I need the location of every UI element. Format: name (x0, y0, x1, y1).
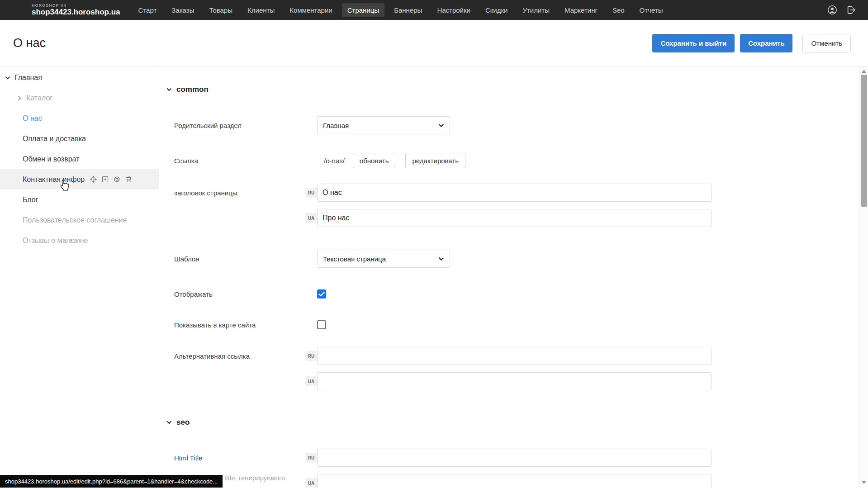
menu-item-utilities[interactable]: Утилиты (517, 3, 555, 17)
template-label: Шаблон (174, 255, 317, 263)
status-url: shop34423.horoshop.ua/edit/edit.php?id=6… (5, 478, 218, 485)
section-common[interactable]: common (166, 85, 868, 94)
add-icon[interactable] (101, 175, 109, 183)
sitemap-checkbox[interactable] (317, 320, 326, 329)
html-title-label-block: Html Title Полная замена title, генериру… (174, 454, 305, 462)
chevron-down-icon (438, 123, 444, 128)
page-title: О нас (13, 36, 46, 50)
html-title-input-ru[interactable] (317, 449, 711, 467)
page-title-label: заголовок страницы (174, 189, 305, 197)
menu-item-products[interactable]: Товары (204, 3, 238, 17)
sidebar-item-label: Главная (14, 74, 42, 82)
sidebar-item-katalog[interactable]: Каталог (0, 88, 159, 108)
sitemap-label: Показывать в карте сайта (174, 321, 317, 329)
menu-item-banners[interactable]: Баннеры (389, 3, 427, 17)
link-refresh-button[interactable]: обновить (353, 153, 396, 168)
display-checkbox[interactable] (317, 289, 326, 298)
parent-section-label: Родительский раздел (174, 122, 317, 129)
scrollbar-thumb[interactable] (861, 75, 867, 207)
sidebar-item-oplata-i-dostavka[interactable]: Оплата и доставка (0, 128, 159, 149)
save-button[interactable]: Сохранить (740, 34, 792, 52)
link-label: Ссылка (174, 157, 317, 165)
template-select[interactable]: Текстовая страница (317, 250, 450, 268)
lang-ru-badge: RU (305, 351, 317, 361)
shop-brand[interactable]: HOROSHOP V4 shop34423.horoshop.ua (32, 4, 120, 16)
vertical-scrollbar[interactable] (859, 66, 868, 488)
browser-status-bar: shop34423.horoshop.ua/edit/edit.php?id=6… (0, 475, 223, 488)
sidebar-item-label: Блог (23, 196, 38, 204)
menu-item-marketing[interactable]: Маркетинг (559, 3, 603, 17)
alt-link-input-ru[interactable] (317, 347, 711, 365)
lang-ua-badge: UA (305, 478, 317, 488)
move-icon[interactable] (90, 175, 97, 183)
html-title-input-ua[interactable] (317, 474, 711, 488)
user-account-icon[interactable] (827, 5, 837, 15)
sidebar-item-label: Контактная инфор (23, 175, 85, 184)
page-header: О нас Сохранить и выйти Сохранить Отмени… (0, 20, 868, 66)
brand-domain-label: shop34423.horoshop.ua (32, 8, 120, 16)
lang-ru-badge: RU (305, 188, 317, 198)
chevron-down-icon (166, 421, 172, 424)
scroll-up-arrow-icon[interactable] (860, 67, 868, 75)
menu-item-seo[interactable]: Seo (607, 3, 630, 17)
scroll-down-arrow-icon[interactable] (860, 479, 868, 486)
chevron-down-icon[interactable] (5, 75, 11, 81)
sidebar-item-label: Отзывы о магазине (23, 237, 88, 245)
menu-item-start[interactable]: Старт (133, 3, 162, 17)
sidebar-item-otzyvy-o-magazine[interactable]: Отзывы о магазине (0, 230, 159, 251)
cancel-button[interactable]: Отменить (802, 34, 851, 52)
section-seo[interactable]: seo (166, 418, 868, 427)
menu-item-orders[interactable]: Заказы (166, 3, 199, 17)
page-title-input-ua[interactable] (317, 209, 711, 227)
sidebar-item-label: Каталог (26, 94, 52, 102)
menu-item-comments[interactable]: Комментарии (284, 3, 337, 17)
save-and-exit-button[interactable]: Сохранить и выйти (652, 34, 735, 52)
sidebar-item-label: Оплата и доставка (23, 135, 86, 143)
menu-item-clients[interactable]: Клиенты (242, 3, 280, 17)
sidebar-item-polzovatelskoe-soglashenie[interactable]: Пользовательское соглашение (0, 210, 159, 230)
sidebar-item-label: Обмен и возврат (23, 155, 79, 163)
section-title: seo (176, 418, 190, 427)
sidebar-item-label: Пользовательское соглашение (23, 216, 127, 224)
page-title-input-ru[interactable] (317, 184, 711, 202)
sidebar-item-glavnaya[interactable]: Главная (0, 67, 159, 88)
link-value: /o-nas/ (324, 157, 345, 165)
sidebar-item-label: О нас (23, 114, 42, 123)
top-navigation-bar: HOROSHOP V4 shop34423.horoshop.ua Старт … (0, 0, 868, 20)
parent-section-select[interactable]: Главная (317, 116, 450, 134)
chevron-down-icon (166, 88, 172, 91)
main-menu: Старт Заказы Товары Клиенты Комментарии … (133, 3, 669, 17)
pages-tree-sidebar: Главная Каталог О нас Оплата и доставка … (0, 66, 159, 488)
lang-ua-badge: UA (305, 213, 317, 223)
menu-item-pages[interactable]: Страницы (342, 3, 384, 17)
chevron-down-icon (438, 257, 444, 261)
html-title-label: Html Title (174, 454, 203, 462)
menu-item-reports[interactable]: Отчеты (634, 3, 669, 17)
display-label: Отображать (174, 290, 317, 298)
sidebar-item-o-nas[interactable]: О нас (0, 108, 159, 128)
sidebar-item-blog[interactable]: Блог (0, 190, 159, 210)
chevron-right-icon[interactable] (16, 95, 23, 101)
page-edit-form: common Родительский раздел Главная Ссылк… (159, 66, 868, 488)
settings-icon[interactable] (113, 175, 121, 183)
section-title: common (176, 85, 209, 94)
sidebar-item-kontaktnaya-infor[interactable]: Контактная инфор (0, 169, 159, 190)
delete-icon[interactable] (125, 175, 133, 183)
lang-ua-badge: UA (305, 376, 317, 386)
sidebar-item-obmen-i-vozvrat[interactable]: Обмен и возврат (0, 149, 159, 169)
menu-item-discounts[interactable]: Скидки (480, 3, 513, 17)
menu-item-settings[interactable]: Настройки (432, 3, 476, 17)
link-edit-button[interactable]: редактировать (405, 153, 465, 168)
alt-link-input-ua[interactable] (317, 372, 711, 390)
logout-icon[interactable] (846, 5, 856, 15)
lang-ru-badge: RU (305, 453, 317, 463)
alt-link-label: Альтернативная ссылка (174, 352, 305, 360)
